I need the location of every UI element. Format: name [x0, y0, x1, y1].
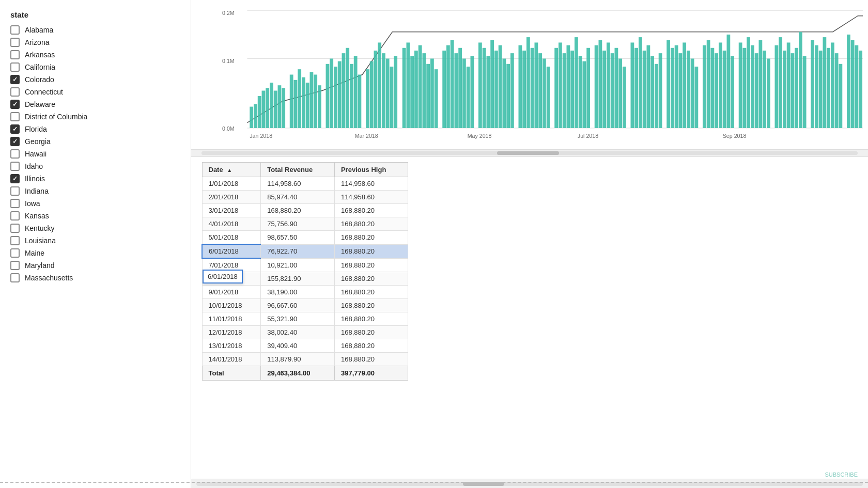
- state-checkbox[interactable]: [10, 261, 20, 270]
- cell-date[interactable]: 2/01/2018: [202, 191, 261, 204]
- state-item-illinois[interactable]: Illinois: [10, 174, 180, 183]
- state-checkbox[interactable]: [10, 75, 20, 84]
- svg-rect-18: [314, 75, 317, 128]
- state-item-indiana[interactable]: Indiana: [10, 186, 180, 196]
- table-row[interactable]: 11/01/201855,321.90168,880.20: [202, 312, 408, 326]
- cell-total-revenue: 85,974.40: [261, 191, 335, 204]
- cell-date[interactable]: 5/01/2018: [202, 231, 261, 245]
- cell-date[interactable]: 14/01/2018: [202, 353, 261, 366]
- state-checkbox[interactable]: [10, 137, 20, 146]
- state-item-arizona[interactable]: Arizona: [10, 38, 180, 47]
- table-row[interactable]: 3/01/2018168,880.20168,880.20: [202, 204, 408, 217]
- svg-rect-107: [715, 53, 718, 128]
- state-item-louisiana[interactable]: Louisiana: [10, 236, 180, 245]
- state-item-kentucky[interactable]: Kentucky: [10, 224, 180, 233]
- state-item-georgia[interactable]: Georgia: [10, 137, 180, 146]
- dotted-footer: [0, 482, 868, 488]
- svg-rect-49: [455, 53, 458, 128]
- table-row[interactable]: 5/01/201898,657.50168,880.20: [202, 231, 408, 245]
- col-date[interactable]: Date ▲: [202, 163, 261, 177]
- svg-rect-35: [390, 67, 394, 128]
- state-item-colorado[interactable]: Colorado: [10, 75, 180, 84]
- state-checkbox[interactable]: [10, 87, 20, 97]
- state-checkbox[interactable]: [10, 50, 20, 59]
- state-checkbox[interactable]: [10, 248, 20, 258]
- table-row[interactable]: 6/01/201876,922.70168,880.20: [202, 244, 408, 258]
- cell-date[interactable]: 11/01/2018: [202, 312, 261, 326]
- cell-date[interactable]: 1/01/2018: [202, 177, 261, 191]
- state-checkbox[interactable]: [10, 224, 20, 233]
- state-item-maryland[interactable]: Maryland: [10, 261, 180, 270]
- col-total-revenue[interactable]: Total Revenue: [261, 163, 335, 177]
- x-label-mar: Mar 2018: [355, 132, 378, 138]
- state-checkbox[interactable]: [10, 162, 20, 171]
- state-checkbox[interactable]: [10, 149, 20, 159]
- cell-date[interactable]: 6/01/2018: [202, 244, 261, 258]
- cell-date[interactable]: 12/01/2018: [202, 326, 261, 339]
- svg-rect-105: [707, 40, 710, 128]
- state-checkbox[interactable]: [10, 25, 20, 35]
- svg-rect-134: [835, 53, 839, 128]
- state-item-hawaii[interactable]: Hawaii: [10, 149, 180, 159]
- state-item-district-of-columbia[interactable]: District of Columbia: [10, 112, 180, 121]
- state-label: Kansas: [25, 212, 49, 220]
- state-item-california[interactable]: California: [10, 62, 180, 72]
- chart-scroll-thumb[interactable]: [497, 151, 559, 155]
- cell-date[interactable]: 4/01/2018: [202, 217, 261, 231]
- table-row[interactable]: 14/01/2018113,879.90168,880.20: [202, 353, 408, 366]
- cell-date[interactable]: 10/01/2018: [202, 299, 261, 312]
- svg-rect-139: [859, 51, 862, 128]
- svg-rect-82: [602, 51, 606, 128]
- state-checkbox[interactable]: [10, 211, 20, 221]
- svg-rect-120: [775, 45, 779, 128]
- state-item-connecticut[interactable]: Connecticut: [10, 87, 180, 97]
- svg-rect-98: [675, 45, 678, 128]
- chart-scrollbar[interactable]: [191, 150, 868, 157]
- state-label: Maine: [25, 249, 44, 257]
- state-item-florida[interactable]: Florida: [10, 124, 180, 134]
- state-checkbox[interactable]: [10, 236, 20, 245]
- state-checkbox[interactable]: [10, 273, 20, 282]
- state-checkbox[interactable]: [10, 174, 20, 183]
- state-item-idaho[interactable]: Idaho: [10, 162, 180, 171]
- table-row[interactable]: 4/01/201875,756.90168,880.20: [202, 217, 408, 231]
- svg-rect-66: [531, 48, 534, 128]
- table-row[interactable]: 2/01/201885,974.40114,958.60: [202, 191, 408, 204]
- cell-date[interactable]: 3/01/2018: [202, 204, 261, 217]
- state-item-massachusetts[interactable]: Massachusetts: [10, 273, 180, 282]
- state-item-iowa[interactable]: Iowa: [10, 199, 180, 208]
- cell-date[interactable]: 13/01/2018: [202, 339, 261, 353]
- state-checkbox[interactable]: [10, 199, 20, 208]
- table-header-row: Date ▲ Total Revenue Previous High: [202, 163, 408, 177]
- state-checkbox[interactable]: [10, 100, 20, 109]
- chart-svg: 0.2M 0.1M 0.0M: [222, 5, 863, 144]
- svg-rect-44: [430, 58, 434, 128]
- svg-rect-137: [851, 40, 855, 128]
- svg-rect-79: [586, 48, 590, 128]
- svg-rect-135: [839, 64, 843, 128]
- state-item-kansas[interactable]: Kansas: [10, 211, 180, 221]
- svg-rect-88: [631, 42, 634, 128]
- state-item-delaware[interactable]: Delaware: [10, 100, 180, 109]
- cell-previous-high: 168,880.20: [334, 299, 408, 312]
- table-row[interactable]: 9/01/201838,190.00168,880.20: [202, 286, 408, 299]
- cell-previous-high: 114,958.60: [334, 191, 408, 204]
- svg-rect-24: [342, 53, 346, 128]
- col-previous-high[interactable]: Previous High: [334, 163, 408, 177]
- state-checkbox[interactable]: [10, 38, 20, 47]
- state-checkbox[interactable]: [10, 124, 20, 134]
- svg-rect-46: [442, 51, 446, 128]
- svg-rect-71: [554, 48, 558, 128]
- state-item-maine[interactable]: Maine: [10, 248, 180, 258]
- state-checkbox[interactable]: [10, 186, 20, 196]
- table-row[interactable]: 10/01/201896,667.60168,880.20: [202, 299, 408, 312]
- cell-date[interactable]: 9/01/2018: [202, 286, 261, 299]
- state-checkbox[interactable]: [10, 112, 20, 121]
- table-row[interactable]: 1/01/2018114,958.60114,958.60: [202, 177, 408, 191]
- svg-rect-83: [607, 42, 610, 128]
- table-row[interactable]: 12/01/201838,002.40168,880.20: [202, 326, 408, 339]
- table-row[interactable]: 13/01/201839,409.40168,880.20: [202, 339, 408, 353]
- state-checkbox[interactable]: [10, 62, 20, 72]
- state-item-alabama[interactable]: Alabama: [10, 25, 180, 35]
- state-item-arkansas[interactable]: Arkansas: [10, 50, 180, 59]
